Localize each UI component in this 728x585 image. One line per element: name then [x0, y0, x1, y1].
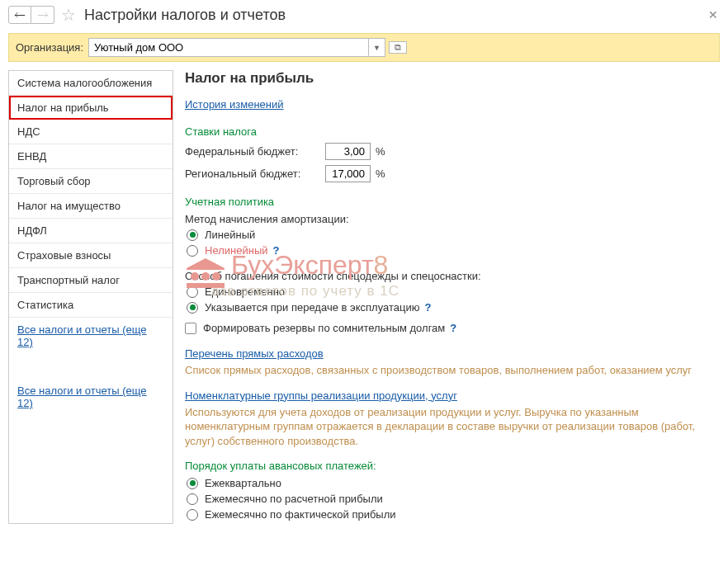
amortization-linear-radio[interactable] — [187, 229, 198, 241]
federal-budget-label: Федеральный бюджет: — [185, 145, 325, 158]
help-icon[interactable]: ? — [424, 301, 431, 314]
policy-section-title: Учетная политика — [185, 196, 708, 208]
direct-costs-link[interactable]: Перечень прямых расходов — [185, 347, 324, 360]
advance-monthly-actual-radio[interactable] — [187, 509, 198, 521]
sidebar-all-taxes-link[interactable]: Все налоги и отчеты (еще 12) — [9, 318, 173, 354]
sidebar-item-envd[interactable]: ЕНВД — [9, 144, 173, 169]
regional-budget-input[interactable] — [325, 165, 371, 182]
nav-back-button[interactable]: 🡐 — [8, 6, 31, 24]
close-icon[interactable]: ✕ — [708, 8, 718, 21]
federal-budget-input[interactable] — [325, 143, 371, 160]
sidebar-item-property-tax[interactable]: Налог на имущество — [9, 194, 173, 219]
doubtful-debts-label: Формировать резервы по сомнительным долг… — [203, 322, 445, 334]
advance-section-title: Порядок уплаты авансовых платежей: — [185, 460, 708, 472]
organization-dropdown-button[interactable]: ▼ — [369, 38, 385, 57]
content-heading: Налог на прибыль — [185, 70, 708, 87]
nomenclature-groups-description: Используются для учета доходов от реализ… — [185, 405, 708, 449]
organization-label: Организация: — [16, 41, 83, 54]
watermark-logo-icon — [185, 258, 226, 291]
amortization-label: Метод начисления амортизации: — [185, 213, 708, 225]
advance-quarterly-label: Ежеквартально — [205, 477, 281, 489]
sidebar-item-trade-fee[interactable]: Торговый сбор — [9, 169, 173, 194]
advance-quarterly-radio[interactable] — [187, 478, 198, 489]
nomenclature-groups-link[interactable]: Номенклатурные группы реализации продукц… — [185, 389, 457, 402]
rates-section-title: Ставки налога — [185, 125, 708, 138]
sidebar-item-vat[interactable]: НДС — [9, 120, 173, 144]
sidebar-item-profit-tax[interactable]: Налог на прибыль — [9, 96, 173, 120]
sidebar-item-ndfl[interactable]: НДФЛ — [9, 219, 173, 243]
sidebar-item-statistics[interactable]: Статистика — [9, 293, 173, 318]
advance-monthly-actual-label: Ежемесячно по фактической прибыли — [205, 508, 396, 521]
sidebar-item-insurance[interactable]: Страховые взносы — [9, 243, 173, 268]
amortization-linear-label: Линейный — [205, 229, 255, 241]
help-icon[interactable]: ? — [450, 322, 456, 334]
sidebar-all-taxes-link-2[interactable]: Все налоги и отчеты (еще 12) — [9, 379, 173, 415]
percent-label: % — [376, 145, 385, 158]
percent-label: % — [376, 167, 385, 180]
history-link[interactable]: История изменений — [185, 98, 284, 111]
workwear-transfer-radio[interactable] — [187, 302, 198, 314]
workwear-transfer-label: Указывается при передаче в эксплуатацию — [205, 301, 419, 314]
advance-monthly-calculated-radio[interactable] — [187, 493, 198, 505]
sidebar: Система налогообложения Налог на прибыль… — [8, 70, 173, 524]
amortization-nonlinear-label: Нелинейный — [205, 244, 268, 257]
organization-open-button[interactable]: ⧉ — [389, 41, 407, 54]
amortization-nonlinear-radio[interactable] — [187, 245, 198, 257]
sidebar-item-transport-tax[interactable]: Транспортный налог — [9, 268, 173, 293]
window-title: Настройки налогов и отчетов — [84, 7, 286, 24]
svg-point-2 — [212, 272, 220, 281]
help-icon[interactable]: ? — [273, 244, 280, 257]
direct-costs-description: Список прямых расходов, связанных с прои… — [185, 363, 708, 378]
regional-budget-label: Региональный бюджет: — [185, 167, 325, 180]
svg-point-1 — [201, 272, 210, 281]
doubtful-debts-checkbox[interactable] — [185, 323, 196, 334]
workwear-label: Способ погашения стоимости спецодежды и … — [185, 270, 708, 282]
sidebar-item-tax-system[interactable]: Система налогообложения — [9, 71, 173, 96]
svg-point-0 — [191, 272, 199, 281]
advance-monthly-calculated-label: Ежемесячно по расчетной прибыли — [205, 493, 383, 505]
nav-forward-button[interactable]: 🡒 — [31, 6, 54, 24]
organization-input[interactable] — [88, 38, 369, 57]
svg-rect-3 — [187, 283, 225, 288]
organization-bar: Организация: ▼ ⧉ — [8, 33, 720, 62]
favorite-star-icon[interactable]: ☆ — [61, 5, 76, 25]
